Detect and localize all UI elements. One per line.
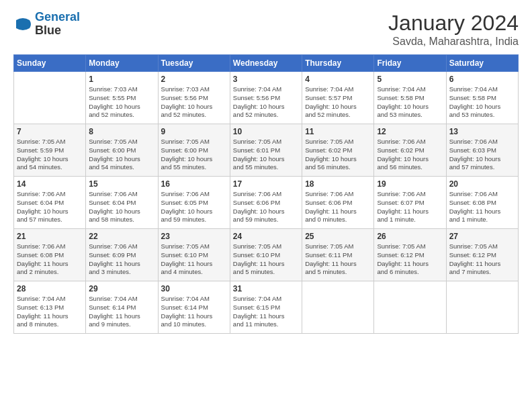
day-cell: 6Sunrise: 7:04 AMSunset: 5:58 PMDaylight… [446,72,518,124]
col-header-wednesday: Wednesday [230,55,302,72]
day-number: 2 [161,75,227,84]
day-cell: 11Sunrise: 7:05 AMSunset: 6:02 PMDayligh… [302,124,374,177]
day-info: Sunrise: 7:06 AMSunset: 6:03 PMDaylight:… [449,138,515,172]
day-number: 9 [161,127,227,136]
week-row-2: 14Sunrise: 7:06 AMSunset: 6:04 PMDayligh… [14,177,519,229]
day-number: 18 [305,179,371,189]
day-number: 10 [233,127,299,136]
day-cell: 20Sunrise: 7:06 AMSunset: 6:08 PMDayligh… [446,177,518,229]
day-number: 17 [233,179,299,189]
subtitle: Savda, Maharashtra, India [388,36,519,48]
day-info: Sunrise: 7:06 AMSunset: 6:07 PMDaylight:… [377,190,443,224]
day-number: 12 [377,127,443,136]
day-info: Sunrise: 7:06 AMSunset: 6:08 PMDaylight:… [17,242,83,277]
day-info: Sunrise: 7:04 AMSunset: 6:14 PMDaylight:… [89,295,154,329]
day-cell: 8Sunrise: 7:05 AMSunset: 6:00 PMDaylight… [86,124,158,177]
day-number: 23 [161,232,227,241]
day-cell [302,281,374,334]
day-cell: 4Sunrise: 7:04 AMSunset: 5:57 PMDaylight… [302,72,374,124]
day-info: Sunrise: 7:04 AMSunset: 5:58 PMDaylight:… [449,85,515,120]
day-info: Sunrise: 7:03 AMSunset: 5:56 PMDaylight:… [161,85,227,120]
col-header-saturday: Saturday [446,55,518,72]
day-info: Sunrise: 7:05 AMSunset: 6:12 PMDaylight:… [449,242,515,277]
day-info: Sunrise: 7:06 AMSunset: 6:02 PMDaylight:… [377,138,443,172]
day-cell: 26Sunrise: 7:05 AMSunset: 6:12 PMDayligh… [374,229,446,281]
page: General Blue January 2024 Savda, Maharas… [0,0,532,340]
day-cell: 19Sunrise: 7:06 AMSunset: 6:07 PMDayligh… [374,177,446,229]
day-cell: 2Sunrise: 7:03 AMSunset: 5:56 PMDaylight… [158,72,230,124]
day-info: Sunrise: 7:06 AMSunset: 6:06 PMDaylight:… [233,190,299,224]
day-cell: 5Sunrise: 7:04 AMSunset: 5:58 PMDaylight… [374,72,446,124]
day-info: Sunrise: 7:06 AMSunset: 6:06 PMDaylight:… [305,190,371,224]
col-header-tuesday: Tuesday [158,55,230,72]
col-header-friday: Friday [374,55,446,72]
day-cell: 31Sunrise: 7:04 AMSunset: 6:15 PMDayligh… [230,281,302,334]
day-number: 8 [89,127,154,136]
day-info: Sunrise: 7:05 AMSunset: 6:00 PMDaylight:… [161,138,227,172]
week-row-4: 28Sunrise: 7:04 AMSunset: 6:13 PMDayligh… [14,281,519,334]
day-number: 11 [305,127,371,136]
logo-text: General Blue [35,11,80,38]
day-info: Sunrise: 7:05 AMSunset: 6:10 PMDaylight:… [161,242,227,277]
day-number: 5 [377,75,443,84]
day-number: 3 [233,75,299,84]
day-info: Sunrise: 7:04 AMSunset: 6:13 PMDaylight:… [17,295,83,329]
day-info: Sunrise: 7:04 AMSunset: 6:14 PMDaylight:… [161,295,227,329]
day-number: 13 [449,127,515,136]
header-row: SundayMondayTuesdayWednesdayThursdayFrid… [14,55,519,72]
day-cell: 24Sunrise: 7:05 AMSunset: 6:10 PMDayligh… [230,229,302,281]
day-info: Sunrise: 7:04 AMSunset: 6:15 PMDaylight:… [233,295,299,329]
logo: General Blue [13,11,80,38]
day-number: 6 [449,75,515,84]
day-cell: 17Sunrise: 7:06 AMSunset: 6:06 PMDayligh… [230,177,302,229]
day-number: 21 [17,232,83,241]
col-header-monday: Monday [86,55,158,72]
day-cell: 22Sunrise: 7:06 AMSunset: 6:09 PMDayligh… [86,229,158,281]
day-info: Sunrise: 7:06 AMSunset: 6:05 PMDaylight:… [161,190,227,224]
day-info: Sunrise: 7:05 AMSunset: 6:10 PMDaylight:… [233,242,299,277]
day-info: Sunrise: 7:05 AMSunset: 5:59 PMDaylight:… [17,138,83,172]
day-cell: 1Sunrise: 7:03 AMSunset: 5:55 PMDaylight… [86,72,158,124]
day-cell: 3Sunrise: 7:04 AMSunset: 5:56 PMDaylight… [230,72,302,124]
day-number: 22 [89,232,154,241]
day-info: Sunrise: 7:03 AMSunset: 5:55 PMDaylight:… [89,85,154,120]
day-number: 24 [233,232,299,241]
day-number: 1 [89,75,154,84]
day-cell: 29Sunrise: 7:04 AMSunset: 6:14 PMDayligh… [86,281,158,334]
day-info: Sunrise: 7:04 AMSunset: 5:58 PMDaylight:… [377,85,443,120]
day-number: 27 [449,232,515,241]
day-cell: 15Sunrise: 7:06 AMSunset: 6:04 PMDayligh… [86,177,158,229]
title-block: January 2024 Savda, Maharashtra, India [388,11,519,48]
week-row-1: 7Sunrise: 7:05 AMSunset: 5:59 PMDaylight… [14,124,519,177]
day-cell: 7Sunrise: 7:05 AMSunset: 5:59 PMDaylight… [14,124,86,177]
day-number: 29 [89,284,154,293]
week-row-3: 21Sunrise: 7:06 AMSunset: 6:08 PMDayligh… [14,229,519,281]
day-number: 30 [161,284,227,293]
day-cell: 21Sunrise: 7:06 AMSunset: 6:08 PMDayligh… [14,229,86,281]
week-row-0: 1Sunrise: 7:03 AMSunset: 5:55 PMDaylight… [14,72,519,124]
day-cell: 16Sunrise: 7:06 AMSunset: 6:05 PMDayligh… [158,177,230,229]
day-info: Sunrise: 7:06 AMSunset: 6:04 PMDaylight:… [89,190,154,224]
day-cell: 28Sunrise: 7:04 AMSunset: 6:13 PMDayligh… [14,281,86,334]
day-info: Sunrise: 7:05 AMSunset: 6:00 PMDaylight:… [89,138,154,172]
day-cell [14,72,86,124]
day-info: Sunrise: 7:05 AMSunset: 6:01 PMDaylight:… [233,138,299,172]
day-number: 28 [17,284,83,293]
day-info: Sunrise: 7:06 AMSunset: 6:09 PMDaylight:… [89,242,154,277]
day-number: 15 [89,179,154,189]
header: General Blue January 2024 Savda, Maharas… [13,11,519,48]
day-number: 4 [305,75,371,84]
col-header-thursday: Thursday [302,55,374,72]
day-cell: 10Sunrise: 7:05 AMSunset: 6:01 PMDayligh… [230,124,302,177]
day-cell: 30Sunrise: 7:04 AMSunset: 6:14 PMDayligh… [158,281,230,334]
day-cell: 13Sunrise: 7:06 AMSunset: 6:03 PMDayligh… [446,124,518,177]
day-cell: 14Sunrise: 7:06 AMSunset: 6:04 PMDayligh… [14,177,86,229]
day-number: 19 [377,179,443,189]
calendar-table: SundayMondayTuesdayWednesdayThursdayFrid… [13,54,519,334]
day-number: 31 [233,284,299,293]
day-cell: 18Sunrise: 7:06 AMSunset: 6:06 PMDayligh… [302,177,374,229]
day-number: 26 [377,232,443,241]
day-info: Sunrise: 7:05 AMSunset: 6:02 PMDaylight:… [305,138,371,172]
day-cell [446,281,518,334]
day-info: Sunrise: 7:04 AMSunset: 5:56 PMDaylight:… [233,85,299,120]
